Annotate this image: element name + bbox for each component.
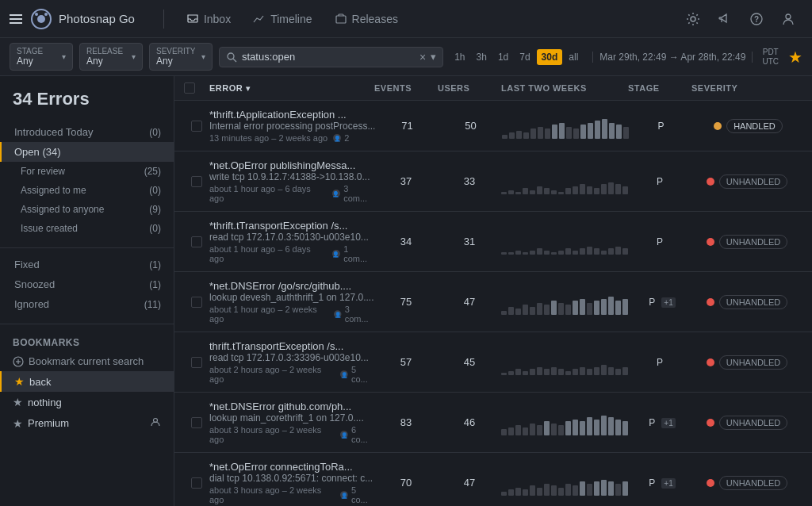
sidebar-item-assigned-to-anyone[interactable]: Assigned to anyone (9) [0, 200, 174, 219]
sidebar-item-label: Open (34) [14, 146, 61, 158]
stage-filter[interactable]: STAGE Any ▾ [10, 43, 73, 71]
row-checkbox[interactable] [191, 357, 202, 368]
severity-dot [707, 298, 714, 306]
hamburger-icon[interactable] [10, 14, 22, 24]
chart-bar [622, 186, 628, 194]
user-button[interactable] [774, 5, 802, 33]
chart-bar [552, 125, 557, 139]
row-checkbox[interactable] [191, 176, 202, 187]
svg-text:👤: 👤 [334, 135, 341, 142]
chart-bar [508, 427, 514, 435]
table-row[interactable]: thrift.tTransportException /s... read tc… [174, 332, 812, 393]
search-dropdown-icon[interactable]: ▾ [431, 51, 436, 63]
time-btn-3h[interactable]: 3h [472, 49, 492, 65]
chart-bar [565, 188, 571, 194]
svg-text:👤: 👤 [333, 190, 340, 197]
severity-dot [714, 122, 722, 130]
severity-cell: UNHANDLED [691, 355, 802, 370]
chart-bar [565, 305, 571, 315]
row-checkbox[interactable] [191, 121, 202, 132]
error-time: about 1 hour ago – 6 days ago [209, 244, 327, 263]
time-btn-all[interactable]: all [564, 49, 583, 65]
table-row[interactable]: *net.DNSError /go/src/github.... lookup … [174, 272, 812, 332]
settings-button[interactable] [679, 5, 707, 33]
sidebar-item-open[interactable]: Open (34) [0, 142, 174, 162]
events-cell: 70 [374, 477, 438, 489]
bookmark-add-button[interactable]: Bookmark current search [0, 351, 174, 371]
chart-bar [588, 123, 593, 139]
chart-bar [602, 119, 607, 139]
th-error[interactable]: ERROR ▾ [209, 82, 374, 94]
timezone: PDTUTC [762, 48, 779, 67]
header-checkbox[interactable] [184, 82, 195, 94]
sidebar-item-snoozed[interactable]: Snoozed (1) [0, 274, 174, 294]
time-btn-7d[interactable]: 7d [515, 49, 534, 65]
error-meta: about 1 hour ago – 6 days ago 👤1 com... [209, 244, 374, 263]
th-events: EVENTS [374, 82, 438, 94]
severity-dot [707, 479, 714, 487]
chart-bar [573, 186, 578, 194]
errors-title: 34 Errors [0, 89, 174, 122]
bookmark-item-premium[interactable]: ★ Premium [0, 412, 174, 434]
sidebar-item-for-review[interactable]: For review (25) [0, 162, 174, 181]
sidebar-item-assigned-to-me[interactable]: Assigned to me (0) [0, 181, 174, 200]
table-row[interactable]: *net.OpError connectingToRa... dial tcp … [174, 453, 812, 506]
severity-cell: UNHANDLED [691, 235, 802, 249]
sidebar-item-ignored[interactable]: Ignored (11) [0, 294, 174, 314]
row-checkbox[interactable] [191, 477, 202, 489]
chart-bar [544, 484, 550, 496]
chart-bar [509, 132, 515, 139]
search-input[interactable] [242, 51, 415, 63]
row-checkbox[interactable] [191, 297, 202, 308]
search-box[interactable]: × ▾ [219, 47, 443, 67]
sidebar-divider [0, 247, 174, 248]
row-checkbox[interactable] [191, 236, 202, 247]
sidebar-item-fixed[interactable]: Fixed (1) [0, 255, 174, 274]
time-btn-1h[interactable]: 1h [450, 49, 469, 65]
bookmark-item-nothing[interactable]: ★ nothing [0, 392, 174, 412]
chart-bar [544, 369, 550, 375]
stage-badge: P [652, 234, 668, 250]
bookmark-star-icon[interactable]: ★ [788, 48, 802, 67]
row-checkbox-cell [184, 477, 209, 489]
table-row[interactable]: *net.DNSError github.com/ph... lookup ma… [174, 393, 812, 453]
chart-bar [580, 299, 585, 315]
chart-bar [544, 421, 550, 435]
time-btn-1d[interactable]: 1d [493, 49, 513, 65]
sidebar-item-count: (9) [149, 204, 161, 215]
search-icon [226, 52, 237, 63]
chart-bar [615, 369, 621, 375]
chart-bar [573, 251, 578, 255]
error-time: about 3 hours ago – 2 weeks ago [209, 425, 335, 444]
announcements-button[interactable] [710, 5, 739, 33]
sidebar-item-count: (25) [144, 166, 161, 177]
severity-filter[interactable]: SEVERITY Any ▾ [149, 43, 213, 71]
table-row[interactable]: *thrift.tTransportException /s... read t… [174, 212, 812, 272]
release-filter[interactable]: RELEASE Any ▾ [79, 43, 143, 71]
time-btn-30d[interactable]: 30d [537, 49, 563, 65]
users-cell: 33 [438, 175, 501, 187]
error-meta-count: 👤5 co... [339, 485, 374, 504]
sidebar-item-issue-created[interactable]: Issue created (0) [0, 219, 174, 238]
table-row[interactable]: *thrift.tApplicationException ... Intern… [174, 101, 812, 151]
sidebar-item-label: Ignored [14, 298, 49, 310]
svg-point-5 [691, 17, 695, 21]
row-checkbox[interactable] [191, 417, 202, 428]
table-row[interactable]: *net.OpError publishingMessa... write tc… [174, 151, 812, 212]
chart-bar [501, 311, 507, 315]
nav-link-timeline[interactable]: Timeline [243, 8, 321, 30]
search-clear-icon[interactable]: × [419, 51, 426, 63]
bookmark-item-back[interactable]: ★ back [0, 371, 174, 392]
chart-bar [587, 417, 592, 435]
chart-bar [580, 421, 585, 435]
users-meta-icon: 👤 [331, 189, 341, 198]
error-name: thrift.tTransportException /s... [209, 340, 374, 352]
nav-link-releases[interactable]: Releases [325, 8, 408, 30]
help-button[interactable]: ? [742, 5, 771, 33]
users-cell: 45 [438, 356, 501, 368]
sidebar-item-introduced-today[interactable]: Introduced Today (0) [0, 122, 174, 142]
sidebar-item-count: (0) [149, 185, 161, 196]
chart-bar [530, 485, 535, 496]
chart-bar [580, 184, 585, 194]
nav-link-inbox[interactable]: Inbox [177, 8, 240, 30]
